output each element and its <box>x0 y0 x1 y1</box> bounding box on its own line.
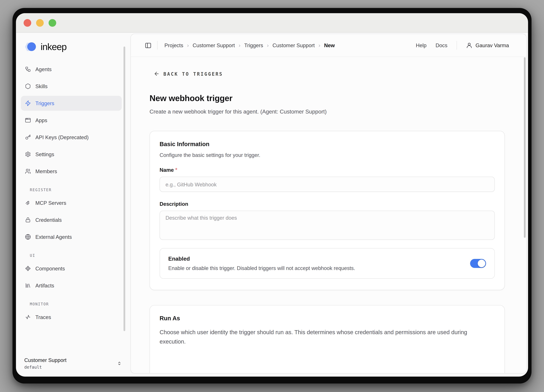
close-window-button[interactable] <box>24 19 31 26</box>
name-field-group: Name* <box>160 167 495 192</box>
sidebar-item-apps[interactable]: Apps <box>21 113 122 128</box>
project-switcher[interactable]: Customer Support default <box>16 354 130 372</box>
sidebar-item-label: API Keys (Deprecated) <box>35 134 89 140</box>
sidebar-toggle-icon[interactable] <box>145 42 152 49</box>
breadcrumb-separator: › <box>319 42 320 48</box>
sidebar-item-credentials[interactable]: Credentials <box>21 213 122 227</box>
zap-icon <box>25 100 31 106</box>
browser-window-frame: inkeep Agents Skills Trig <box>12 8 532 384</box>
back-link-label: BACK TO TRIGGERS <box>163 71 223 77</box>
project-switcher-labels: Customer Support default <box>24 357 66 370</box>
zoom-window-button[interactable] <box>49 19 56 26</box>
sidebar-item-triggers[interactable]: Triggers <box>21 96 122 111</box>
sidebar-item-settings[interactable]: Settings <box>21 147 122 162</box>
user-menu[interactable]: Gaurav Varma <box>466 42 509 49</box>
run-as-description: Choose which user identity the trigger s… <box>160 328 495 346</box>
breadcrumb-separator: › <box>187 42 189 48</box>
description-field-group: Description <box>160 201 495 240</box>
basic-information-card: Basic Information Configure the basic se… <box>150 131 505 290</box>
breadcrumb-bar: Projects › Customer Support › Triggers ›… <box>131 34 526 57</box>
sidebar-item-label: Artifacts <box>35 282 54 288</box>
enabled-texts: Enabled Enable or disable this trigger. … <box>168 256 355 271</box>
gear-icon <box>25 151 31 157</box>
page-subtitle: Create a new webhook trigger for this ag… <box>150 109 505 115</box>
page-content: BACK TO TRIGGERS New webhook trigger Cre… <box>131 57 526 373</box>
sidebar-item-skills[interactable]: Skills <box>21 79 122 94</box>
key-icon <box>25 134 31 140</box>
breadcrumb-separator: › <box>239 42 240 48</box>
enabled-toggle[interactable] <box>470 259 486 268</box>
breadcrumb-separator: › <box>267 42 269 48</box>
section-label-ui: UI <box>30 253 122 258</box>
sidebar-item-label: Settings <box>35 151 54 157</box>
inkeep-logo: inkeep <box>24 41 130 53</box>
header-divider <box>157 41 157 50</box>
sidebar-item-label: Apps <box>35 117 47 123</box>
name-label: Name <box>160 167 174 173</box>
card-title: Basic Information <box>160 141 495 148</box>
sidebar-item-label: Components <box>35 265 65 271</box>
required-marker: * <box>175 167 177 173</box>
hexagon-icon <box>25 83 31 89</box>
enabled-description: Enable or disable this trigger. Disabled… <box>168 265 355 271</box>
sidebar-item-api-keys[interactable]: API Keys (Deprecated) <box>21 130 122 145</box>
name-input[interactable] <box>160 177 495 192</box>
docs-link[interactable]: Docs <box>436 42 447 48</box>
toggle-knob <box>478 260 485 267</box>
users-icon <box>25 168 31 174</box>
sidebar-item-artifacts[interactable]: Artifacts <box>21 278 122 293</box>
description-textarea[interactable] <box>160 211 495 240</box>
project-name: Customer Support <box>24 357 66 363</box>
sidebar-item-agents[interactable]: Agents <box>21 62 122 77</box>
enabled-setting-box: Enabled Enable or disable this trigger. … <box>160 248 495 279</box>
sidebar-item-label: Traces <box>35 314 51 320</box>
window-titlebar <box>16 13 528 33</box>
sidebar-item-components[interactable]: Components <box>21 261 122 276</box>
app-window-icon <box>25 117 31 123</box>
header-divider <box>456 41 457 50</box>
run-as-card: Run As Choose which user identity the tr… <box>150 305 505 373</box>
workflow-icon <box>25 66 31 72</box>
project-environment: default <box>24 365 66 370</box>
description-label: Description <box>160 201 188 207</box>
sidebar-item-label: Agents <box>35 66 52 72</box>
minimize-window-button[interactable] <box>36 19 44 26</box>
user-name: Gaurav Varma <box>475 42 509 48</box>
breadcrumb-customer-support[interactable]: Customer Support <box>193 42 235 48</box>
app-body: inkeep Agents Skills Trig <box>16 33 528 377</box>
screen: inkeep Agents Skills Trig <box>0 0 544 392</box>
card-subtitle: Configure the basic settings for your tr… <box>160 152 495 158</box>
sidebar: inkeep Agents Skills Trig <box>16 33 130 377</box>
header-right-group: Help Docs Gaurav Varma <box>416 41 509 50</box>
card-title: Run As <box>160 315 495 322</box>
sidebar-item-label: External Agents <box>35 234 72 240</box>
breadcrumb-agent[interactable]: Customer Support <box>272 42 315 48</box>
breadcrumb-current-new: New <box>324 42 335 48</box>
browser-window: inkeep Agents Skills Trig <box>16 13 528 377</box>
mcp-icon <box>25 200 31 206</box>
sidebar-item-members[interactable]: Members <box>21 164 122 179</box>
sidebar-item-traces[interactable]: Traces <box>21 309 122 324</box>
library-icon <box>25 282 31 288</box>
sidebar-item-mcp-servers[interactable]: MCP Servers <box>21 196 122 210</box>
traffic-lights <box>24 19 56 26</box>
component-icon <box>25 265 31 271</box>
sidebar-item-external-agents[interactable]: External Agents <box>21 229 122 244</box>
section-label-monitor: MONITOR <box>30 302 122 307</box>
sidebar-item-label: MCP Servers <box>35 200 66 206</box>
breadcrumb-projects[interactable]: Projects <box>165 42 183 48</box>
user-icon <box>466 42 473 49</box>
sidebar-nav: Agents Skills Triggers Apps <box>16 62 130 327</box>
sidebar-item-label: Credentials <box>35 217 62 223</box>
content-scrollbar[interactable] <box>524 57 526 238</box>
inkeep-logo-icon <box>24 41 38 53</box>
breadcrumb-triggers[interactable]: Triggers <box>244 42 263 48</box>
section-label-register: REGISTER <box>30 188 122 192</box>
breadcrumb: Projects › Customer Support › Triggers ›… <box>165 42 335 48</box>
help-link[interactable]: Help <box>416 42 426 48</box>
sidebar-scrollbar[interactable] <box>124 47 125 331</box>
globe-icon <box>25 234 31 240</box>
back-to-triggers-link[interactable]: BACK TO TRIGGERS <box>154 71 505 77</box>
sidebar-item-label: Skills <box>35 83 47 89</box>
arrow-left-icon <box>154 71 160 77</box>
